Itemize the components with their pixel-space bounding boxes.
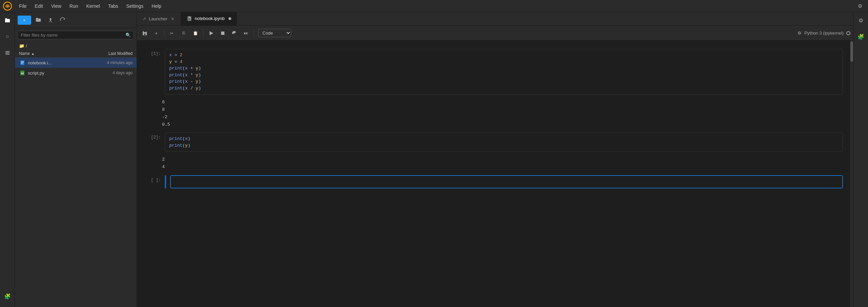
notebook-content: [1]: x = 2 y = 4 print(x + y) print(x * … (137, 41, 850, 307)
output-line-3: -2 (162, 114, 843, 121)
restart-button[interactable] (229, 28, 239, 38)
svg-rect-12 (221, 32, 224, 35)
menu-tabs[interactable]: Tabs (105, 2, 122, 10)
code-line-5: print(x - y) (169, 78, 839, 85)
list-icon[interactable] (2, 47, 13, 58)
cell-1: [1]: x = 2 y = 4 print(x + y) print(x * … (137, 47, 850, 96)
cell2-output-line-1: 2 (162, 156, 843, 163)
file-item-notebook[interactable]: notebook.i... 4 minutes ago (15, 58, 137, 68)
cell-2-code-area[interactable]: print(x) print(y) (165, 133, 843, 151)
svg-text:✂: ✂ (170, 31, 174, 36)
fast-forward-button[interactable]: ⏭ (241, 28, 251, 38)
file-modified-script: 4 days ago (88, 70, 133, 75)
svg-rect-5 (21, 61, 24, 62)
sort-asc-icon: ▲ (31, 52, 35, 56)
cell-3-active-bar (165, 175, 166, 189)
code-line-2: y = 4 (169, 59, 839, 65)
scrollbar-track[interactable] (850, 41, 853, 307)
kernel-name: Python 3 (ipykernel) (804, 30, 844, 36)
notebook-toolbar: + ✂ ⎘ 📋 (137, 26, 853, 41)
right-sidebar: ⚙ 🧩 (853, 12, 868, 307)
app-logo (3, 1, 12, 11)
svg-marker-11 (210, 31, 213, 35)
cell-1-output: 6 8 -2 0.5 (137, 96, 850, 131)
right-extension-icon[interactable]: 🧩 (855, 31, 866, 42)
right-settings-icon[interactable]: ⚙ (855, 15, 866, 26)
cell-2-label: [2]: (144, 132, 161, 140)
cell2-output-line-2: 4 (162, 163, 843, 171)
tab-notebook[interactable]: 📓 notebook.ipynb (181, 12, 237, 25)
folder-icon[interactable] (2, 15, 13, 26)
svg-rect-6 (21, 62, 24, 63)
breadcrumb: 📁 / (15, 42, 137, 50)
add-cell-button[interactable]: + (151, 28, 161, 38)
svg-rect-3 (5, 54, 9, 55)
cell-3-label: [ ]: (144, 175, 161, 183)
column-name[interactable]: Name ▲ (19, 51, 85, 56)
menu-settings[interactable]: Settings (123, 2, 147, 10)
column-modified[interactable]: Last Modified (85, 51, 133, 56)
cell-3-code[interactable] (170, 175, 843, 189)
cell-1-code-area[interactable]: x = 2 y = 4 print(x + y) print(x * y) pr… (165, 49, 843, 94)
code-line-3: print(x + y) (169, 65, 839, 72)
settings-gear-icon[interactable]: ⚙ (854, 1, 865, 12)
file-item-script[interactable]: py script.py 4 days ago (15, 68, 137, 78)
file-browser-panel: + + 🔍 (15, 12, 137, 307)
tab-launcher[interactable]: ↗ Launcher ✕ (137, 12, 181, 25)
file-list: notebook.i... 4 minutes ago py script.py… (15, 58, 137, 307)
search-icon: 🔍 (125, 33, 131, 38)
copy-button[interactable]: ⎘ (179, 28, 189, 38)
menu-edit[interactable]: Edit (32, 2, 46, 10)
tab-unsaved-dot (229, 17, 231, 20)
cell-1-label: [1]: (144, 49, 161, 56)
output-line-4: 0.5 (162, 121, 843, 128)
toolbar-separator-3 (254, 30, 254, 37)
cell-1-code[interactable]: x = 2 y = 4 print(x + y) print(x * y) pr… (165, 49, 843, 95)
save-button[interactable] (140, 28, 150, 38)
notebook-tab-icon: 📓 (186, 16, 192, 21)
paste-button[interactable]: 📋 (190, 28, 200, 38)
svg-rect-2 (5, 53, 9, 53)
folder-breadcrumb-icon: 📁 (19, 43, 24, 48)
new-folder-button[interactable] (33, 15, 43, 25)
scrollbar-thumb[interactable] (850, 41, 853, 62)
file-name-notebook: notebook.i... (28, 60, 88, 65)
menu-file[interactable]: File (16, 2, 30, 10)
notebook-area: ↗ Launcher ✕ 📓 notebook.ipynb + (137, 12, 853, 307)
svg-rect-1 (5, 51, 9, 52)
menu-help[interactable]: Help (148, 2, 165, 10)
kernel-icon: ⚙ (797, 30, 802, 36)
cell-3-code-area[interactable] (171, 176, 843, 188)
file-modified-notebook: 4 minutes ago (88, 60, 133, 65)
notebook-file-icon (19, 59, 26, 66)
search-input[interactable] (21, 33, 123, 38)
file-search-bar[interactable]: 🔍 (18, 31, 134, 39)
puzzle-icon[interactable]: 🧩 (2, 291, 13, 302)
notebook-scroll-area: [1]: x = 2 y = 4 print(x + y) print(x * … (137, 41, 853, 307)
upload-button[interactable] (45, 15, 56, 25)
tab-launcher-close[interactable]: ✕ (170, 16, 175, 22)
stop-button[interactable] (218, 28, 228, 38)
kernel-status-indicator (846, 31, 850, 35)
left-sidebar: ○ 🧩 (0, 12, 15, 307)
menu-view[interactable]: View (48, 2, 65, 10)
cell-type-select[interactable]: Code Markdown Raw (258, 29, 291, 37)
breadcrumb-path: / (26, 43, 27, 48)
cut-button[interactable]: ✂ (167, 28, 177, 38)
code-line-4: print(x * y) (169, 72, 839, 79)
menu-kernel[interactable]: Kernel (83, 2, 103, 10)
cell-3: [ ]: (137, 174, 850, 190)
tab-notebook-label: notebook.ipynb (195, 16, 224, 21)
run-cell-button[interactable] (206, 28, 216, 38)
menu-run[interactable]: Run (66, 2, 82, 10)
circle-icon[interactable]: ○ (2, 31, 13, 42)
new-launcher-button[interactable]: + + (18, 16, 31, 25)
launcher-tab-icon: ↗ (142, 16, 146, 21)
refresh-button[interactable] (58, 15, 68, 25)
toolbar-separator-1 (164, 30, 164, 37)
svg-rect-7 (21, 63, 23, 64)
output-line-2: 8 (162, 106, 843, 114)
cell2-code-line-1: print(x) (169, 136, 839, 142)
cell-2-code[interactable]: print(x) print(y) (165, 132, 843, 152)
plus-icon: + (23, 18, 26, 23)
